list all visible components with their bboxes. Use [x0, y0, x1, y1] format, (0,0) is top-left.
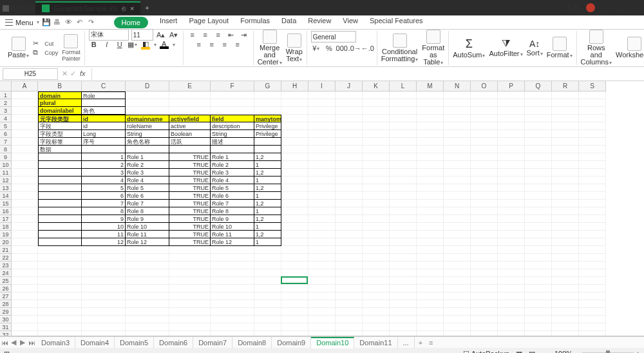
cell[interactable]: [254, 300, 281, 308]
cell[interactable]: [444, 161, 471, 169]
cell[interactable]: [82, 146, 126, 153]
cell[interactable]: [254, 146, 281, 153]
cell[interactable]: [281, 138, 308, 146]
row-header[interactable]: 24: [0, 269, 12, 277]
cell[interactable]: [579, 323, 606, 331]
cell[interactable]: [471, 99, 498, 107]
cell[interactable]: 7: [82, 200, 126, 207]
cell[interactable]: [444, 146, 471, 153]
row-header[interactable]: 14: [0, 192, 12, 200]
cell[interactable]: [390, 231, 417, 238]
cell[interactable]: [12, 285, 38, 292]
cell[interactable]: [471, 115, 498, 122]
cell[interactable]: [281, 246, 308, 254]
cell[interactable]: [363, 153, 390, 161]
cell[interactable]: 4: [82, 176, 126, 184]
cell[interactable]: [390, 138, 417, 146]
cell[interactable]: [12, 323, 38, 331]
cell[interactable]: [363, 269, 390, 277]
cell[interactable]: [390, 146, 417, 153]
indent-left-icon[interactable]: ⇤: [226, 30, 236, 40]
cell[interactable]: id: [82, 115, 126, 122]
cell[interactable]: [417, 169, 444, 176]
cell[interactable]: [38, 254, 82, 262]
cell[interactable]: [169, 146, 211, 153]
cell[interactable]: [579, 292, 606, 300]
cell[interactable]: [281, 308, 308, 316]
cell[interactable]: String: [211, 130, 254, 138]
cell[interactable]: Privilege: [254, 130, 281, 138]
cell[interactable]: [169, 285, 211, 292]
cell[interactable]: Role 2: [211, 161, 254, 169]
cell[interactable]: [126, 316, 169, 323]
cell[interactable]: [471, 161, 498, 169]
cell[interactable]: [525, 254, 552, 262]
cell[interactable]: [444, 223, 471, 231]
cell[interactable]: [552, 122, 579, 130]
status-krc-icon[interactable]: ⊞: [4, 350, 10, 354]
cell[interactable]: [444, 277, 471, 285]
cell[interactable]: [211, 254, 254, 262]
cell[interactable]: [552, 285, 579, 292]
cell[interactable]: [308, 238, 336, 246]
cell[interactable]: [498, 130, 525, 138]
cell[interactable]: [552, 246, 579, 254]
cell[interactable]: [336, 262, 363, 269]
cell[interactable]: [12, 115, 38, 122]
cell[interactable]: Role 1: [211, 153, 254, 161]
cell[interactable]: [254, 99, 281, 107]
font-color-button[interactable]: A: [159, 39, 169, 50]
cell[interactable]: [281, 122, 308, 130]
cell[interactable]: [281, 215, 308, 223]
cell[interactable]: 数据: [38, 146, 82, 153]
align-center-icon[interactable]: ≡: [207, 39, 217, 50]
cell[interactable]: [471, 130, 498, 138]
cell[interactable]: [82, 262, 126, 269]
ribbon-tab-review[interactable]: Review: [308, 17, 331, 28]
cell[interactable]: [363, 316, 390, 323]
cell[interactable]: [525, 122, 552, 130]
cell[interactable]: TRUE: [169, 176, 211, 184]
cell[interactable]: [444, 308, 471, 316]
cell[interactable]: [552, 200, 579, 207]
cell[interactable]: [281, 184, 308, 192]
cell[interactable]: 1: [254, 207, 281, 215]
cell[interactable]: [82, 308, 126, 316]
cell[interactable]: Role 9: [126, 215, 169, 223]
cell[interactable]: [525, 269, 552, 277]
sheet-tab[interactable]: Domain8: [232, 337, 272, 348]
cell[interactable]: 1: [254, 238, 281, 246]
cell[interactable]: [444, 169, 471, 176]
cell[interactable]: [579, 300, 606, 308]
cell[interactable]: [12, 107, 38, 115]
cell[interactable]: [126, 308, 169, 316]
row-header[interactable]: 30: [0, 316, 12, 323]
cell[interactable]: [390, 238, 417, 246]
cell[interactable]: [579, 192, 606, 200]
zoom-out-icon[interactable]: −: [575, 350, 579, 353]
cell[interactable]: Role 8: [211, 207, 254, 215]
cell[interactable]: [82, 300, 126, 308]
cell[interactable]: TRUE: [169, 238, 211, 246]
cell[interactable]: [417, 192, 444, 200]
cell[interactable]: [498, 184, 525, 192]
row-header[interactable]: 4: [0, 115, 12, 122]
cell[interactable]: [390, 153, 417, 161]
cell[interactable]: [444, 176, 471, 184]
cell[interactable]: [525, 153, 552, 161]
cell[interactable]: [498, 115, 525, 122]
cell[interactable]: [12, 254, 38, 262]
cell[interactable]: [12, 99, 38, 107]
cell[interactable]: [579, 215, 606, 223]
cell[interactable]: [498, 99, 525, 107]
ribbon-tab-data[interactable]: Data: [281, 17, 296, 28]
cell[interactable]: Role 3: [126, 169, 169, 176]
view-pagebreak-icon[interactable]: ▤: [529, 350, 535, 354]
cell[interactable]: [363, 176, 390, 184]
cell[interactable]: [417, 277, 444, 285]
cell[interactable]: [471, 308, 498, 316]
cell[interactable]: Role 11: [126, 231, 169, 238]
sheet-nav-last-icon[interactable]: ⏭: [27, 339, 36, 347]
new-tab-button[interactable]: +: [140, 4, 153, 12]
cell[interactable]: [525, 99, 552, 107]
